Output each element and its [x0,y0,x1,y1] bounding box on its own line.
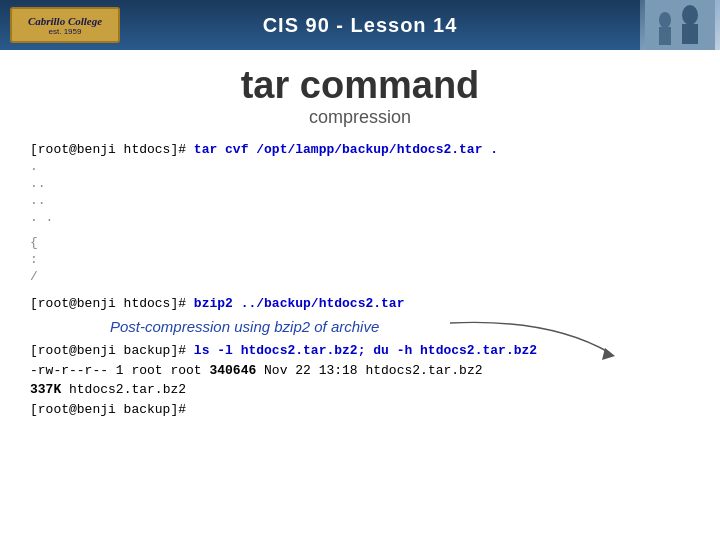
page-title: tar command [30,65,690,107]
dot-line-5: { [30,235,690,252]
gap-2 [30,286,690,294]
line5-bold: 337K [30,382,61,397]
main-content: tar command compression [root@benji htdo… [0,50,720,429]
terminal-block: [root@benji htdocs]# tar cvf /opt/lampp/… [30,140,690,313]
svg-rect-2 [682,24,698,44]
arrow-icon [450,313,630,368]
logo-box: Cabrillo College est. 1959 [10,7,120,43]
svg-rect-4 [659,27,671,45]
cmd-2: bzip2 ../backup/htdocs2.tar [194,296,405,311]
prompt-1: [root@benji htdocs]# [30,142,194,157]
dot-line-7: / [30,269,690,286]
cmd-1: tar cvf /opt/lampp/backup/htdocs2.tar . [194,142,498,157]
terminal-line-6: [root@benji backup]# [30,400,690,420]
header-silhouette-icon [645,0,715,50]
gap-1 [30,227,690,235]
dot-line-3: .. [30,193,690,210]
line5-end: htdocs2.tar.bz2 [61,382,186,397]
svg-point-1 [682,5,698,25]
line4-start: -rw-r--r-- 1 root root [30,363,209,378]
logo-text-main: Cabrillo College [28,15,102,27]
terminal-line-5: 337K htdocs2.tar.bz2 [30,380,690,400]
annotation-text: Post-compression using bzip2 of archive [110,318,379,335]
terminal-line-1: [root@benji htdocs]# tar cvf /opt/lampp/… [30,140,690,160]
header-title: CIS 90 - Lesson 14 [263,14,458,37]
svg-point-3 [659,12,671,28]
dot-line-1: . [30,159,690,176]
dot-line-4: . . [30,210,690,227]
logo-area: Cabrillo College est. 1959 [10,5,130,45]
dot-line-6: : [30,252,690,269]
prompt-2: [root@benji htdocs]# [30,296,194,311]
line4-end: Nov 22 13:18 htdocs2.tar.bz2 [256,363,482,378]
svg-rect-0 [645,0,715,50]
logo-text-sub: est. 1959 [49,27,82,36]
annotation-container: Post-compression using bzip2 of archive [30,318,690,336]
page-subtitle: compression [30,107,690,128]
terminal-line-2: [root@benji htdocs]# bzip2 ../backup/htd… [30,294,690,314]
header-bar: Cabrillo College est. 1959 CIS 90 - Less… [0,0,720,50]
line4-bold: 340646 [209,363,256,378]
dot-line-2: .. [30,176,690,193]
header-image [640,0,720,50]
prompt-3: [root@benji backup]# [30,343,194,358]
